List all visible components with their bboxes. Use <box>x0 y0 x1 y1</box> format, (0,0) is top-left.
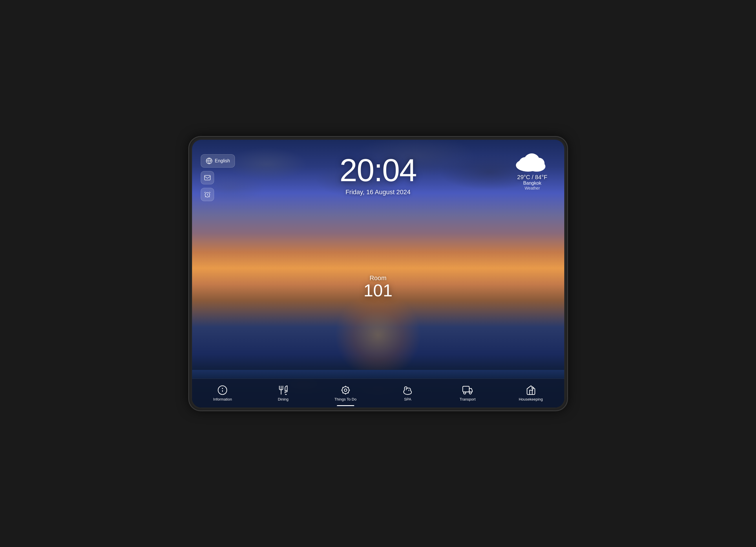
nav-item-things-to-do[interactable]: Things To Do <box>328 383 362 404</box>
room-info: Room 101 <box>364 274 392 299</box>
time-display: 20:04 Friday, 16 August 2024 <box>339 154 416 196</box>
nav-label-spa: SPA <box>404 397 411 401</box>
screen: English 20:04 Friday, 16 August 202 <box>192 140 564 407</box>
language-button[interactable]: English <box>201 154 235 168</box>
message-button[interactable] <box>201 171 214 184</box>
room-number: 101 <box>364 282 392 299</box>
spa-icon <box>402 385 413 395</box>
nav-item-housekeeping[interactable]: Housekeeping <box>513 383 549 404</box>
device-frame: English 20:04 Friday, 16 August 202 <box>189 137 567 410</box>
weather-temperature: 29°C / 84°F <box>515 174 550 181</box>
cloud-icon <box>515 151 550 172</box>
svg-point-23 <box>469 392 472 394</box>
activities-icon <box>340 385 351 395</box>
temple-glow <box>335 292 421 378</box>
nav-label-things-to-do: Things To Do <box>334 397 356 401</box>
svg-point-7 <box>528 161 545 172</box>
alarm-icon <box>204 191 211 198</box>
transport-icon <box>462 385 473 395</box>
housekeeping-icon <box>526 385 536 395</box>
message-icon <box>204 174 211 181</box>
nav-item-information[interactable]: Information <box>207 383 238 404</box>
svg-point-22 <box>464 392 466 394</box>
left-sidebar: English <box>201 154 235 201</box>
clock-time: 20:04 <box>339 154 416 186</box>
nav-label-information: Information <box>213 397 232 401</box>
alarm-button[interactable] <box>201 188 214 201</box>
navigation-bar: Information Dining <box>192 378 564 407</box>
nav-label-housekeeping: Housekeeping <box>519 397 543 401</box>
info-icon <box>217 385 228 395</box>
nav-item-transport[interactable]: Transport <box>453 383 482 404</box>
language-label: English <box>215 158 230 164</box>
weather-widget: 29°C / 84°F Bangkok Weather <box>515 151 550 191</box>
svg-rect-1 <box>204 175 210 180</box>
svg-point-11 <box>344 389 347 391</box>
nav-label-transport: Transport <box>460 397 476 401</box>
nav-item-spa[interactable]: SPA <box>393 383 422 404</box>
svg-rect-21 <box>463 386 470 392</box>
weather-label: Weather <box>515 186 550 191</box>
clock-date: Friday, 16 August 2024 <box>339 189 416 196</box>
nav-label-dining: Dining <box>278 397 288 401</box>
nav-item-dining[interactable]: Dining <box>269 383 298 404</box>
svg-point-24 <box>532 387 534 389</box>
dining-icon <box>278 385 288 395</box>
weather-city: Bangkok <box>515 181 550 186</box>
translate-icon <box>206 158 213 164</box>
